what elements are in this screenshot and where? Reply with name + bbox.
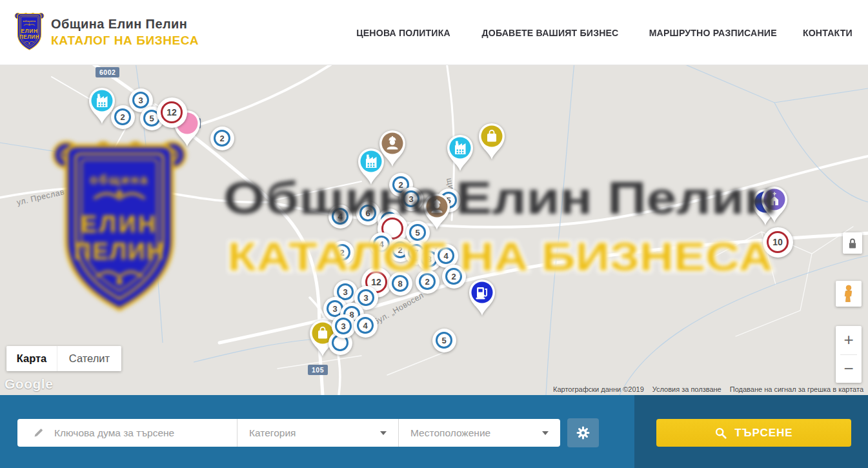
factory-pin-marker[interactable] <box>445 134 475 172</box>
cluster-ring: 8 <box>392 275 409 292</box>
map-view-button[interactable]: Карта <box>6 346 57 371</box>
cluster-ring: 4 <box>373 236 390 252</box>
category-select[interactable]: Категория <box>237 419 398 447</box>
map-cluster-marker[interactable]: 8 <box>389 272 412 296</box>
map-cluster-marker[interactable]: 4 <box>434 244 458 268</box>
nav-item[interactable]: ДОБАВЕТЕ ВАШИЯТ БИЗНЕС <box>481 27 618 38</box>
map-cluster-marker[interactable]: 12 <box>157 97 187 128</box>
factory-pin-marker[interactable] <box>356 147 386 186</box>
keyword-field[interactable] <box>17 419 237 447</box>
keyword-input[interactable] <box>53 427 208 440</box>
factory-icon <box>356 147 386 186</box>
factory-icon <box>445 134 475 172</box>
location-select[interactable]: Местоположение <box>398 419 560 447</box>
factory-pin-marker[interactable] <box>87 86 117 125</box>
cluster-count: 2 <box>339 248 344 258</box>
attribution-link[interactable]: Условия за ползване <box>652 385 722 393</box>
map-cluster-marker[interactable]: 3 <box>332 314 356 338</box>
map-cluster-marker[interactable]: 3 <box>399 187 423 211</box>
google-logo[interactable]: Google <box>5 376 53 392</box>
map-cluster-marker[interactable]: 4 <box>354 314 378 338</box>
cluster-ring: 5 <box>436 332 452 349</box>
nav-item[interactable]: ЦЕНОВА ПОЛИТИКА <box>356 27 450 38</box>
chevron-down-icon <box>380 431 387 435</box>
bag-icon <box>477 122 507 161</box>
main-nav: ЦЕНОВА ПОЛИТИКАДОБАВЕТЕ ВАШИЯТ БИЗНЕСМАР… <box>350 0 853 65</box>
gear-icon <box>576 425 590 440</box>
cluster-ring: 2 <box>445 268 462 285</box>
cluster-ring: 4 <box>332 208 348 225</box>
map-cluster-marker[interactable]: 5 <box>432 329 456 352</box>
pegman-button[interactable] <box>836 281 862 307</box>
cluster-ring: 2 <box>214 130 230 147</box>
cluster-ring: 4 <box>438 247 454 264</box>
markers-layer: 235 12 2 235 4675422784221283338 345 <box>0 65 868 395</box>
header: Община Елин Пелин КАТАЛОГ НА БИЗНЕСА ЦЕН… <box>0 0 868 65</box>
brand-logo[interactable]: Община Елин Пелин КАТАЛОГ НА БИЗНЕСА <box>14 12 199 52</box>
satellite-view-button[interactable]: Сателит <box>57 346 121 371</box>
fuel-icon <box>467 278 497 317</box>
cluster-count: 5 <box>149 114 154 123</box>
map-attribution: Картографски данни ©2019Условия за ползв… <box>553 385 863 393</box>
cluster-count: 3 <box>341 321 345 331</box>
zoom-control: + − <box>836 326 862 383</box>
map-cluster-marker[interactable]: 2 <box>330 241 354 265</box>
zoom-out-button[interactable]: − <box>836 355 862 383</box>
pencil-icon <box>33 427 44 438</box>
nav-item[interactable]: КОНТАКТИ <box>803 27 853 38</box>
nav-item[interactable]: МАРШРУТНО РАЗПИСАНИЕ <box>649 27 777 38</box>
cluster-count: 10 <box>772 237 783 247</box>
map-cluster-marker[interactable]: 2 <box>210 127 234 150</box>
church-pin-marker[interactable] <box>760 185 789 224</box>
map-cluster-marker[interactable]: 2 <box>442 265 466 289</box>
cluster-count: 5 <box>441 336 446 345</box>
attribution-link[interactable]: Подаване на сигнал за грешка в картата <box>730 385 863 393</box>
search-icon <box>714 427 727 440</box>
map-cluster-marker[interactable]: 4 <box>328 205 352 229</box>
cluster-count: 3 <box>409 194 413 204</box>
cluster-count: 3 <box>138 96 143 105</box>
cluster-count: 2 <box>425 277 429 287</box>
advanced-search-button[interactable] <box>567 418 599 447</box>
pegman-icon <box>840 284 857 303</box>
cluster-ring: 2 <box>334 244 350 261</box>
cluster-count: 3 <box>332 304 337 314</box>
attribution-text: Картографски данни ©2019 <box>553 385 644 393</box>
cluster-count: 3 <box>363 293 368 303</box>
lock-icon <box>845 236 860 251</box>
cluster-count: 8 <box>427 254 431 264</box>
cluster-count: 2 <box>120 112 125 122</box>
cluster-ring: 2 <box>419 273 436 290</box>
cluster-ring: 3 <box>132 92 149 108</box>
map-cluster-marker[interactable]: 2 <box>416 270 439 294</box>
cluster-ring: 3 <box>403 190 419 207</box>
brand-title: Община Елин Пелин <box>51 17 199 32</box>
lock-button[interactable] <box>843 232 862 254</box>
search-button-label: ТЪРСЕНЕ <box>734 427 792 440</box>
cluster-count: 4 <box>379 239 383 249</box>
brand-subtitle: КАТАЛОГ НА БИЗНЕСА <box>51 34 199 48</box>
map-canvas[interactable]: ул. Преславбул. „Новоселщи6002105235 12 … <box>0 65 868 395</box>
zoom-in-button[interactable]: + <box>836 326 862 354</box>
search-button[interactable]: ТЪРСЕНЕ <box>656 419 851 447</box>
fuel-pin-marker[interactable] <box>467 278 497 317</box>
cluster-ring: 5 <box>409 224 426 241</box>
cluster-count: 5 <box>415 228 419 238</box>
cluster-count: 2 <box>451 272 456 281</box>
cluster-count: 2 <box>398 180 403 190</box>
bag-pin-marker[interactable] <box>477 122 507 161</box>
municipality-crest-icon <box>14 12 45 52</box>
cluster-count: 8 <box>398 279 402 289</box>
cluster-ring: 3 <box>335 318 352 334</box>
cluster-count: 4 <box>338 212 342 221</box>
map-cluster-marker[interactable]: 10 <box>763 227 793 258</box>
cluster-count: 2 <box>398 245 402 255</box>
search-form: Категория Местоположение <box>17 419 560 447</box>
category-select-label: Категория <box>249 427 296 439</box>
search-bar: Категория Местоположение ТЪРСЕНЕ <box>0 395 868 468</box>
cluster-count: 12 <box>167 107 177 117</box>
cluster-count: 4 <box>363 321 367 331</box>
cluster-count: 2 <box>219 134 224 143</box>
map-cluster-marker[interactable]: 6 <box>356 201 380 225</box>
chevron-down-icon <box>542 431 549 435</box>
